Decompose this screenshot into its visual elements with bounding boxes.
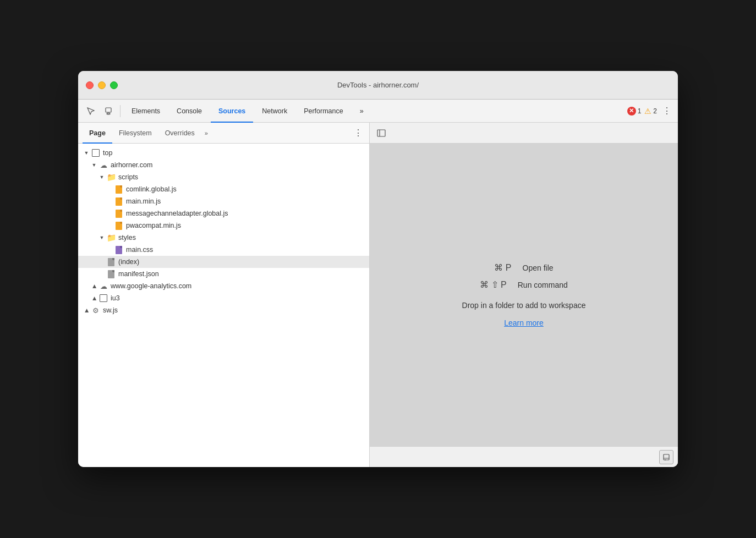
file-icon-manifest [107,270,116,278]
tab-console[interactable]: Console [169,100,210,123]
tree-item-sw[interactable]: ▶ ⚙ sw.js [78,304,369,316]
tree-arrow-airhorner: ▼ [90,161,98,169]
tab-elements[interactable]: Elements [124,100,168,123]
folder-icon-scripts: 📁 [107,173,116,182]
frame-icon-iu3 [99,294,108,303]
tree-label-main-min: main.min.js [126,197,161,205]
tree-item-scripts[interactable]: ▼ 📁 scripts [78,171,369,183]
shortcut-keys-1: ⌘ P [494,262,511,273]
tree-arrow-google-analytics: ▶ [90,282,98,290]
file-icon-pwacompat [114,221,123,230]
window-title: DevTools - airhorner.com/ [337,81,419,89]
sub-tab-page[interactable]: Page [83,123,112,144]
shortcut-row-2: ⌘ ⇧ P Run command [480,279,568,290]
sub-tab-menu-button[interactable]: ⋮ [352,127,365,140]
maximize-button[interactable] [110,81,118,89]
file-icon-main-min [114,197,123,206]
cloud-icon-google-analytics: ☁ [99,282,108,290]
minimize-button[interactable] [98,81,106,89]
file-icon-index [107,257,116,266]
console-drawer-button[interactable] [659,450,673,464]
right-content: ⌘ P Open file ⌘ ⇧ P Run command Drop in … [370,144,678,446]
tree-item-iu3[interactable]: ▶ iu3 [78,292,369,304]
close-button[interactable] [86,81,94,89]
devtools-more-button[interactable]: ⋮ [660,105,673,118]
file-icon-comlink [114,185,123,194]
tree-label-main-css: main.css [126,246,153,254]
tree-label-messagechannel: messagechanneladapter.global.js [126,210,228,217]
tree-item-styles[interactable]: ▼ 📁 styles [78,232,369,244]
right-toolbar [370,123,678,144]
tree-arrow-top: ▼ [83,149,90,157]
tree-item-airhorner[interactable]: ▼ ☁ airhorner.com [78,159,369,171]
tree-item-main-min[interactable]: main.min.js [78,195,369,207]
cloud-icon-airhorner: ☁ [99,161,108,169]
tree-label-comlink: comlink.global.js [126,185,177,193]
traffic-lights [86,81,118,89]
warning-icon: ⚠ [644,107,651,116]
main-content: Page Filesystem Overrides » ⋮ ▼ [78,123,678,467]
warning-badge: ⚠ 2 [644,107,657,116]
tree-label-airhorner: airhorner.com [111,161,152,169]
left-panel: Page Filesystem Overrides » ⋮ ▼ [78,123,370,467]
tree-label-index: (index) [118,258,139,266]
tree-arrow-iu3: ▶ [90,294,98,302]
tree-item-messagechannel[interactable]: messagechanneladapter.global.js [78,207,369,219]
tree-label-sw: sw.js [103,306,118,314]
tree-item-comlink[interactable]: comlink.global.js [78,183,369,195]
toggle-navigator-button[interactable] [374,126,388,140]
tree-label-top: top [103,149,112,157]
sub-tab-overrides[interactable]: Overrides [158,123,201,144]
frame-icon [91,149,100,157]
tree-label-styles: styles [118,234,136,241]
svg-rect-5 [664,454,669,460]
main-toolbar: Elements Console Sources Network Perform… [78,100,678,123]
shortcut-keys-2: ⌘ ⇧ P [480,279,507,290]
tree-arrow-scripts: ▼ [98,173,106,181]
svg-rect-0 [106,108,111,112]
title-bar: DevTools - airhorner.com/ [78,71,678,100]
tree-item-pwacompat[interactable]: pwacompat.min.js [78,219,369,232]
tab-network[interactable]: Network [254,100,295,123]
learn-more-link[interactable]: Learn more [504,319,544,327]
device-toolbar-button[interactable] [100,103,117,119]
shortcut-label-2: Run command [518,281,568,289]
gear-icon-sw: ⚙ [91,306,100,315]
sub-tab-filesystem[interactable]: Filesystem [112,123,158,144]
devtools-window: DevTools - airhorner.com/ Elements Conso… [78,71,678,467]
file-icon-messagechannel [114,209,123,218]
right-panel: ⌘ P Open file ⌘ ⇧ P Run command Drop in … [370,123,678,467]
error-icon: ✕ [627,107,636,116]
tree-item-manifest[interactable]: manifest.json [78,268,369,280]
tree-item-main-css[interactable]: main.css [78,244,369,256]
tree-label-manifest: manifest.json [118,270,159,278]
tree-label-google-analytics: www.google-analytics.com [111,282,191,290]
file-icon-main-css [114,245,123,254]
folder-icon-styles: 📁 [107,233,116,242]
tree-arrow-sw: ▶ [83,306,90,314]
tree-label-scripts: scripts [118,173,138,181]
bottom-bar [370,446,678,467]
svg-rect-3 [377,130,385,136]
tree-item-google-analytics[interactable]: ▶ ☁ www.google-analytics.com [78,280,369,292]
sub-tabs: Page Filesystem Overrides » ⋮ [78,123,369,144]
tree-item-index[interactable]: (index) [78,256,369,268]
tab-performance[interactable]: Performance [296,100,351,123]
toolbar-right: ✕ 1 ⚠ 2 ⋮ [627,105,673,118]
file-tree: ▼ top ▼ ☁ airhorner.com ▼ 📁 scripts [78,144,369,467]
drop-workspace-text: Drop in a folder to add to workspace [462,301,586,310]
tab-more[interactable]: » [352,100,371,123]
inspect-element-button[interactable] [83,103,99,119]
error-badge: ✕ 1 [627,107,642,116]
sub-tab-more[interactable]: » [201,123,211,144]
shortcut-label-1: Open file [523,263,554,272]
tree-label-iu3: iu3 [111,294,120,302]
tree-label-pwacompat: pwacompat.min.js [126,222,181,229]
toolbar-divider [120,105,120,117]
tree-item-top[interactable]: ▼ top [78,147,369,159]
shortcut-row-1: ⌘ P Open file [494,262,553,273]
tab-sources[interactable]: Sources [211,100,253,123]
tree-arrow-styles: ▼ [98,234,106,241]
